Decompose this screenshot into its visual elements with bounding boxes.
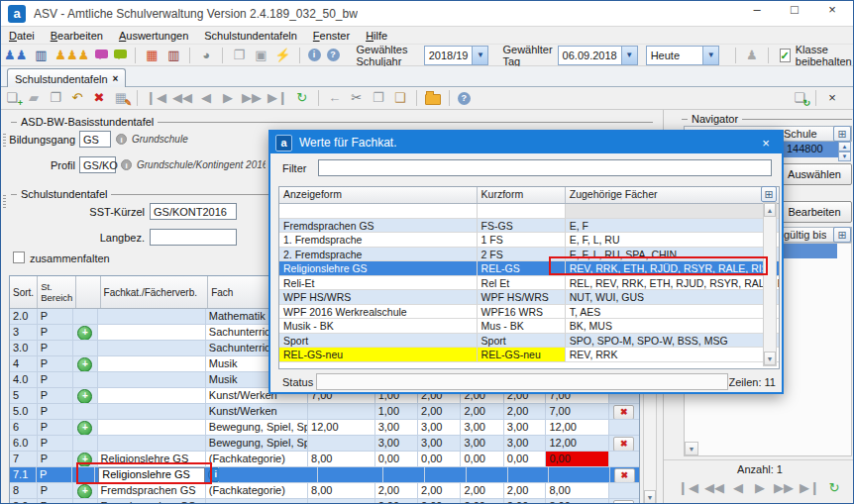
chat-magenta-icon[interactable] — [95, 50, 108, 58]
dialog-table-row[interactable] — [279, 204, 779, 219]
modules-icon[interactable]: ❐ — [231, 48, 247, 63]
dialog-table-row[interactable]: 1. Fremdsprache1 FSE, F, L, RU — [279, 233, 779, 248]
menu-item-schulstundentafeln[interactable]: Schulstundentafeln — [196, 28, 305, 44]
profil-field[interactable]: GS/KO — [79, 156, 116, 173]
table-row[interactable]: 7.1PReligionslehre GSi✖ — [10, 467, 639, 483]
refresh-view-icon[interactable]: ❏↻ — [792, 90, 807, 106]
next-record-icon[interactable]: ▶ — [220, 90, 236, 106]
new-record-icon[interactable]: ❏+ — [4, 90, 20, 106]
chat-green-icon[interactable] — [114, 50, 127, 58]
menu-item-datei[interactable]: Datei — [1, 28, 43, 44]
folder-icon[interactable] — [425, 94, 441, 105]
scroll-down-icon[interactable]: ▼ — [644, 490, 656, 504]
dialog-table-row[interactable]: Musik - BKMus - BKBK, MUS — [279, 319, 779, 334]
fast-back-icon[interactable]: ◀◀ — [172, 90, 192, 106]
auswaehlen-button[interactable]: Auswählen — [777, 163, 852, 185]
duplicate-record-icon[interactable]: ❐ — [48, 90, 63, 106]
dialog-table-row[interactable]: Reli-EtRel EtREL, REV, RRK, ETH, RJUD, R… — [279, 276, 779, 291]
edit-record-icon[interactable]: ▦✎ — [113, 90, 129, 106]
add-icon[interactable]: + — [77, 484, 92, 499]
chevron-down-icon[interactable]: ▼ — [472, 47, 487, 64]
schuljahr-select[interactable]: 2018/19 ▼ — [424, 46, 489, 65]
back-icon[interactable]: ← — [327, 90, 343, 106]
timetable-icon[interactable]: ▦ — [144, 48, 160, 63]
fast-forward-icon[interactable]: ▶▶ — [774, 480, 794, 496]
tab-close-icon[interactable]: × — [113, 73, 119, 84]
header-sort[interactable]: Sort. — [10, 276, 38, 308]
gueltig-bis-header[interactable]: gültig bis — [784, 229, 826, 241]
class-register-icon[interactable]: ▥ — [33, 48, 49, 63]
dialog-table-row[interactable]: WPF HS/WRSWPF HS/WRSNUT, WUI, GUS — [279, 290, 779, 305]
dialog-table-row[interactable]: SportSportSPO, SPO-M, SPO-W, BSS, MSG — [279, 334, 779, 349]
chevron-down-icon[interactable]: ▼ — [621, 47, 637, 64]
person-icon[interactable]: ♟ — [744, 48, 760, 63]
column-config-icon[interactable]: ⊞ — [833, 126, 851, 142]
refresh-icon[interactable]: ↻ — [294, 90, 310, 106]
fast-back-icon[interactable]: ◀◀ — [704, 480, 724, 496]
spin-up-icon[interactable]: ▲ — [838, 142, 851, 151]
delete-button[interactable]: ✖ — [614, 468, 635, 483]
dialog-vertical-scrollbar[interactable]: ▲ ▼ — [763, 202, 777, 366]
scroll-down-icon[interactable]: ▼ — [685, 442, 698, 455]
schule-spinner[interactable]: ▲▼ — [838, 142, 851, 161]
info-icon[interactable]: i — [308, 49, 321, 61]
add-icon[interactable]: + — [77, 357, 92, 372]
table-row[interactable]: 6.0PBewegung, Spiel, Sport3,003,003,003,… — [10, 436, 639, 452]
first-record-icon[interactable]: ❙◀ — [146, 90, 166, 106]
chevron-down-icon[interactable]: ▼ — [702, 47, 718, 64]
minimize-button[interactable]: – — [741, 2, 773, 18]
delete-button[interactable]: ✖ — [613, 500, 634, 504]
bildungsgang-field[interactable]: GS — [79, 131, 111, 148]
langbez-field[interactable] — [150, 229, 237, 246]
menu-item-hilfe[interactable]: Hilfe — [358, 28, 395, 44]
close-view-icon[interactable]: × — [824, 90, 840, 106]
sst-kuerzel-field[interactable]: GS/KONT2016 — [150, 203, 237, 220]
tab-schulstundentafeln[interactable]: Schulstundentafeln × — [7, 68, 126, 88]
table-row[interactable]: 8.0PFremdsprachen GS2,002,002,002,008,00… — [10, 499, 639, 504]
groups-icon[interactable]: ♟♟♟ — [54, 48, 89, 63]
last-record-icon[interactable]: ▶❙ — [267, 90, 288, 106]
scroll-down-icon[interactable]: ▼ — [764, 352, 776, 365]
help-icon[interactable]: ? — [458, 92, 471, 105]
fachkat-edit-input[interactable]: Religionslehre GS — [98, 467, 205, 483]
maximize-button[interactable]: □ — [779, 2, 810, 18]
dialog-close-icon[interactable]: × — [754, 132, 778, 153]
dialog-table-row[interactable]: REL-GS-neuREL-GS-neuREV, RRK — [279, 348, 779, 362]
delete-record-icon[interactable]: ✖ — [91, 90, 107, 106]
splitter-grip[interactable] — [3, 195, 6, 209]
column-config-icon[interactable]: ⊞ — [761, 186, 777, 202]
header-fachkat[interactable]: Fachkat./Fächerverb. — [101, 276, 209, 308]
refresh-icon[interactable]: ↻ — [826, 480, 842, 496]
fast-forward-icon[interactable]: ▶▶ — [242, 90, 262, 106]
quick-action-icon[interactable]: ⚡ — [274, 48, 290, 63]
add-icon[interactable]: + — [77, 453, 92, 467]
tag-select[interactable]: 06.09.2018 ▼ — [558, 46, 638, 65]
menu-item-auswertungen[interactable]: Auswertungen — [111, 28, 196, 44]
header-kurzform[interactable]: Kurzform — [478, 187, 566, 203]
header-anzeigeform[interactable]: Anzeigeform — [279, 187, 478, 203]
table-row[interactable]: 6P+Bewegung, Spiel, Sport12,003,003,003,… — [10, 420, 639, 436]
next-icon[interactable]: ▶ — [752, 480, 768, 496]
save-record-icon[interactable]: ▰ — [26, 90, 42, 106]
add-icon[interactable]: + — [77, 421, 92, 436]
close-button[interactable]: × — [816, 2, 848, 18]
prev-icon[interactable]: ◀ — [730, 480, 746, 496]
undo-icon[interactable]: ↶ — [69, 90, 85, 106]
header-st-bereich[interactable]: St. Bereich — [38, 276, 76, 308]
window-icon[interactable]: ▣ — [253, 48, 268, 63]
paste-icon[interactable]: ❑ — [392, 90, 408, 106]
delete-button[interactable]: ✖ — [613, 437, 634, 452]
dialog-table-row[interactable]: Religionslehre GSREL-GSREV, RRK, ETH, RJ… — [279, 261, 779, 276]
statistics-icon[interactable]: ◕ — [198, 48, 214, 63]
last-icon[interactable]: ▶❙ — [800, 480, 820, 496]
header-faecher[interactable]: Zugehörige Fächer — [566, 187, 779, 203]
prev-record-icon[interactable]: ◀ — [198, 90, 214, 106]
klasse-beibehalten-checkbox[interactable]: ✓ — [780, 49, 791, 62]
students-icon[interactable]: ♟♟ — [4, 48, 27, 63]
add-icon[interactable]: + — [77, 389, 92, 404]
copy-icon[interactable]: ❐ — [371, 90, 386, 106]
bearbeiten-button[interactable]: Bearbeiten — [777, 201, 852, 223]
dialog-title-bar[interactable]: a Werte für Fachkat. × — [270, 132, 782, 153]
report-book-icon[interactable]: ▥ — [165, 48, 181, 63]
help-icon[interactable]: ? — [327, 49, 340, 61]
